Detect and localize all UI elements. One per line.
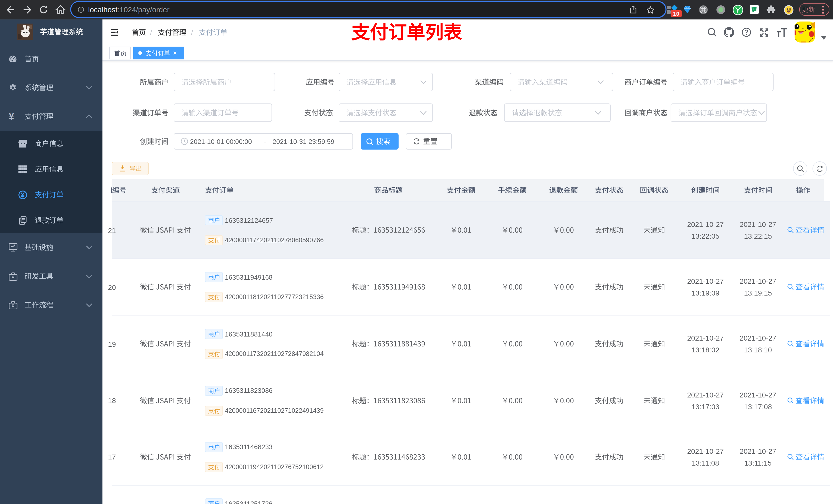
svg-text:10: 10 bbox=[673, 10, 679, 17]
